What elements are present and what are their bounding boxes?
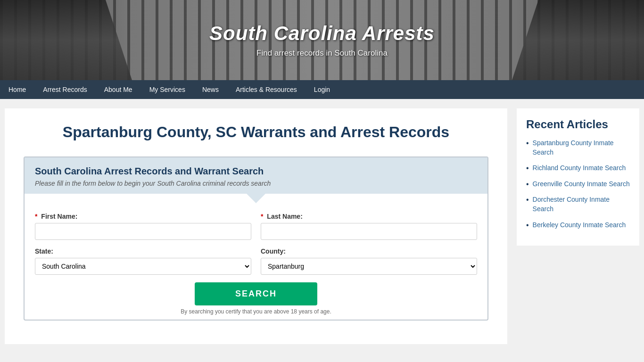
hero-section: South Carolina Arrests Find arrest recor… bbox=[0, 0, 644, 80]
search-box-title: South Carolina Arrest Records and Warran… bbox=[35, 166, 477, 177]
last-name-input[interactable] bbox=[261, 223, 477, 240]
search-form: * First Name: * Last Name: bbox=[25, 203, 487, 320]
hero-text: South Carolina Arrests Find arrest recor… bbox=[209, 22, 435, 58]
site-title: South Carolina Arrests bbox=[209, 22, 435, 45]
site-subtitle: Find arrest records in South Carolina bbox=[209, 49, 435, 58]
first-name-label: * First Name: bbox=[35, 213, 251, 220]
sidebar-recent-articles: Recent Articles •Spartanburg County Inma… bbox=[517, 108, 639, 246]
sidebar-list-item: •Richland County Inmate Search bbox=[526, 164, 630, 173]
sidebar-article-link[interactable]: Spartanburg County Inmate Search bbox=[533, 139, 630, 157]
nav-item-home[interactable]: Home bbox=[0, 80, 34, 99]
search-box-arrow bbox=[247, 194, 265, 203]
nav-item-my-services[interactable]: My Services bbox=[141, 80, 194, 99]
last-name-required: * bbox=[261, 213, 263, 220]
state-group: State: South Carolina bbox=[35, 247, 251, 275]
page-title: Spartanburg County, SC Warrants and Arre… bbox=[24, 123, 488, 142]
sidebar-title: Recent Articles bbox=[526, 118, 630, 131]
state-label: State: bbox=[35, 247, 251, 255]
sidebar-list-item: •Berkeley County Inmate Search bbox=[526, 221, 630, 230]
search-box-subtitle: Please fill in the form below to begin y… bbox=[35, 180, 477, 187]
bullet-icon: • bbox=[526, 221, 529, 230]
bullet-icon: • bbox=[526, 196, 529, 204]
sidebar-article-link[interactable]: Dorchester County Inmate Search bbox=[533, 195, 630, 214]
last-name-group: * Last Name: bbox=[261, 213, 477, 240]
sidebar: Recent Articles •Spartanburg County Inma… bbox=[517, 108, 639, 344]
nav-item-arrest-records[interactable]: Arrest Records bbox=[34, 80, 95, 99]
nav-item-about-me[interactable]: About Me bbox=[96, 80, 141, 99]
sidebar-article-link[interactable]: Richland County Inmate Search bbox=[533, 164, 626, 173]
sidebar-article-link[interactable]: Berkeley County Inmate Search bbox=[533, 221, 626, 230]
sidebar-list-item: •Greenville County Inmate Search bbox=[526, 180, 630, 189]
bullet-icon: • bbox=[526, 139, 529, 148]
sidebar-article-list: •Spartanburg County Inmate Search•Richla… bbox=[526, 139, 630, 230]
last-name-label: * Last Name: bbox=[261, 213, 477, 220]
location-row: State: South Carolina County: Spartanbur… bbox=[35, 247, 477, 275]
main-content: Spartanburg County, SC Warrants and Arre… bbox=[5, 108, 507, 344]
first-name-required: * bbox=[35, 213, 37, 220]
bullet-icon: • bbox=[526, 180, 529, 189]
first-name-input[interactable] bbox=[35, 223, 251, 240]
search-box-header: South Carolina Arrest Records and Warran… bbox=[25, 157, 487, 194]
nav-item-articles-&-resources[interactable]: Articles & Resources bbox=[227, 80, 305, 99]
bullet-icon: • bbox=[526, 164, 529, 173]
county-label: County: bbox=[261, 247, 477, 255]
search-button[interactable]: SEARCH bbox=[195, 282, 317, 305]
first-name-group: * First Name: bbox=[35, 213, 251, 240]
nav-item-login[interactable]: Login bbox=[305, 80, 339, 99]
name-row: * First Name: * Last Name: bbox=[35, 213, 477, 240]
county-group: County: Spartanburg bbox=[261, 247, 477, 275]
nav-item-news[interactable]: News bbox=[194, 80, 227, 99]
sidebar-list-item: •Spartanburg County Inmate Search bbox=[526, 139, 630, 157]
state-select[interactable]: South Carolina bbox=[35, 258, 251, 275]
certify-text: By searching you certify that you are ab… bbox=[35, 308, 477, 315]
main-nav: HomeArrest RecordsAbout MeMy ServicesNew… bbox=[0, 80, 644, 99]
page-body: Spartanburg County, SC Warrants and Arre… bbox=[0, 99, 644, 354]
county-select[interactable]: Spartanburg bbox=[261, 258, 477, 275]
sidebar-article-link[interactable]: Greenville County Inmate Search bbox=[533, 180, 630, 189]
sidebar-list-item: •Dorchester County Inmate Search bbox=[526, 195, 630, 214]
search-box: South Carolina Arrest Records and Warran… bbox=[24, 156, 488, 321]
